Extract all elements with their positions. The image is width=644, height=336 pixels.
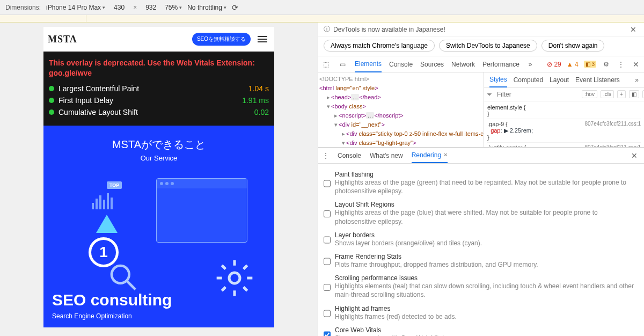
throttle-select[interactable]: No throttling [187, 4, 226, 11]
computed-toggle-icon[interactable]: ◧ [629, 90, 639, 98]
option-checkbox[interactable] [324, 232, 331, 247]
dom-line[interactable]: ▸<head>…</head> [319, 93, 482, 102]
notice-actions: Always match Chrome's language Switch De… [318, 36, 644, 56]
issue-count[interactable]: ◧ 3 [584, 61, 596, 68]
rendering-option[interactable]: Frame Rendering StatsPlots frame through… [324, 250, 639, 272]
dom-line[interactable]: ▾<div id="__next"> [319, 120, 482, 129]
dom-line[interactable]: ▾<body class> [319, 102, 482, 111]
device-frame[interactable]: MSTA SEOを無料相談する This overlay is deprecat… [43, 27, 274, 327]
device-preview-pane: MSTA SEOを無料相談する This overlay is deprecat… [0, 23, 318, 336]
option-checkbox[interactable] [324, 327, 331, 336]
tab-styles[interactable]: Styles [489, 72, 507, 87]
kebab-icon[interactable]: ⋮ [323, 152, 329, 159]
core-web-vitals-overlay: This overlay is deprecated. Use the Web … [43, 52, 274, 126]
warning-count[interactable]: ▲ 4 [567, 61, 579, 68]
styles-tabs: Styles Computed Layout Event Listeners » [484, 72, 644, 87]
menu-icon[interactable] [255, 36, 270, 42]
option-checkbox[interactable] [324, 254, 331, 269]
site-logo: MSTA [48, 34, 77, 45]
option-title: Layout Shift Regions [335, 201, 639, 208]
switch-japanese-button[interactable]: Switch DevTools to Japanese [439, 40, 537, 52]
metric-name: First Input Delay [58, 96, 113, 105]
option-checkbox[interactable] [324, 172, 331, 195]
dom-line[interactable]: ▾<div class="bg-light-gray"> [319, 138, 482, 147]
monitor-icon [156, 178, 247, 243]
option-title: Highlight ad frames [335, 305, 457, 312]
rendering-option[interactable]: Paint flashingHighlights areas of the pa… [324, 168, 639, 198]
dom-line[interactable]: ▸<noscript>…</noscript> [319, 111, 482, 120]
overlay-warning: This overlay is deprecated. Use the Web … [49, 58, 269, 78]
metric-value: 0.02 [254, 108, 269, 116]
tab-elements[interactable]: Elements [355, 56, 382, 72]
more-tabs-icon[interactable]: » [527, 61, 534, 68]
drawer-tab-whatsnew[interactable]: What's new [370, 149, 403, 163]
dom-line[interactable]: <!DOCTYPE html> [319, 75, 482, 84]
rendering-option[interactable]: Layer bordersShows layer borders (orange… [324, 229, 639, 250]
new-rule-icon[interactable]: + [617, 90, 626, 98]
site-header: MSTA SEOを無料相談する [43, 27, 274, 52]
hov-toggle[interactable]: :hov [582, 90, 597, 98]
styles-filter-input[interactable] [496, 90, 579, 99]
seo-subtitle: Search Engine Optimization [52, 312, 172, 320]
device-toggle-icon[interactable]: ▭ [338, 61, 347, 68]
arrow-up-icon [96, 215, 118, 233]
more-tabs-icon[interactable]: » [635, 76, 639, 84]
header-cta-button[interactable]: SEOを無料相談する [192, 33, 251, 46]
option-title: Paint flashing [335, 171, 639, 178]
rendering-option[interactable]: Scrolling performance issuesHighlights e… [324, 272, 639, 302]
tab-event-listeners[interactable]: Event Listeners [575, 73, 620, 87]
tab-sources[interactable]: Sources [420, 57, 444, 72]
cls-toggle[interactable]: .cls [601, 90, 614, 98]
dom-line[interactable]: <html lang="en" style> [319, 84, 482, 93]
close-icon[interactable]: ✕ [629, 151, 640, 160]
rendering-option[interactable]: Layout Shift RegionsHighlights areas of … [324, 198, 639, 228]
option-checkbox[interactable] [324, 202, 331, 225]
inspect-icon[interactable]: ⬚ [321, 61, 331, 68]
filter-icon: ⏷ [486, 91, 493, 98]
metric-value: 1.91 ms [242, 96, 269, 105]
style-rule[interactable]: 807e4cfc3fccf211.css:1.justify-center { … [487, 143, 641, 147]
device-select[interactable]: iPhone 14 Pro Max [46, 4, 105, 11]
rendering-option[interactable]: Core Web VitalsShows an overlay with Cor… [324, 324, 639, 336]
times-icon: × [130, 4, 140, 11]
metric-name: Cumulative Layout Shift [58, 108, 138, 116]
error-count[interactable]: ⊘ 29 [547, 61, 561, 68]
match-language-button[interactable]: Always match Chrome's language [324, 40, 435, 52]
rendering-option[interactable]: Highlight ad framesHighlights frames (re… [324, 302, 639, 324]
option-checkbox[interactable] [324, 306, 331, 321]
close-icon[interactable]: ✕ [443, 152, 448, 158]
gear-icon[interactable]: ⚙ [602, 61, 611, 68]
devtools-tabs: ⬚ ▭ Elements Console Sources Network Per… [318, 56, 644, 72]
metric-cls: Cumulative Layout Shift 0.02 [49, 106, 269, 118]
zoom-select[interactable]: 75% [165, 4, 182, 11]
rotate-icon[interactable]: ⟳ [232, 3, 238, 12]
top-badge: TOP [107, 181, 122, 189]
style-rules[interactable]: element.style {} 807e4cfc3fccf211.css:1.… [484, 101, 644, 147]
rendering-options[interactable]: Paint flashingHighlights areas of the pa… [318, 164, 644, 336]
tab-computed[interactable]: Computed [514, 73, 543, 87]
tab-network[interactable]: Network [451, 57, 475, 72]
tab-layout[interactable]: Layout [550, 73, 569, 87]
close-icon[interactable]: ✕ [628, 25, 639, 34]
device-height[interactable]: 932 [142, 4, 159, 11]
option-checkbox[interactable] [324, 275, 331, 299]
drawer-tab-console[interactable]: Console [338, 149, 361, 163]
dont-show-button[interactable]: Don't show again [541, 40, 605, 52]
style-rule[interactable]: 807e4cfc3fccf211.css:1.gap-9 { gap: ▶ 2.… [487, 119, 641, 143]
option-title: Frame Rendering Stats [335, 253, 538, 260]
style-rule[interactable]: element.style {} [487, 103, 641, 119]
close-icon[interactable]: ✕ [631, 60, 641, 69]
device-size: 430 × 932 [111, 4, 159, 11]
tab-performance[interactable]: Performance [482, 57, 519, 72]
device-toolbar: Dimensions: iPhone 14 Pro Max 430 × 932 … [0, 0, 644, 15]
hero-section: MSTAができること Our Service TOP 1 [43, 126, 274, 302]
device-width[interactable]: 430 [111, 4, 128, 11]
kebab-icon[interactable]: ⋮ [616, 61, 626, 68]
dom-line[interactable]: ▸<div class="sticky top-0 z-50 inline-fl… [319, 129, 482, 138]
drawer-tab-rendering[interactable]: Rendering✕ [412, 148, 448, 163]
svg-point-0 [112, 266, 129, 283]
tab-console[interactable]: Console [389, 57, 413, 72]
gear-icon [213, 257, 256, 300]
dimensions-label: Dimensions: [5, 4, 41, 11]
elements-dom-tree[interactable]: <!DOCTYPE html> <html lang="en" style> ▸… [318, 72, 484, 147]
